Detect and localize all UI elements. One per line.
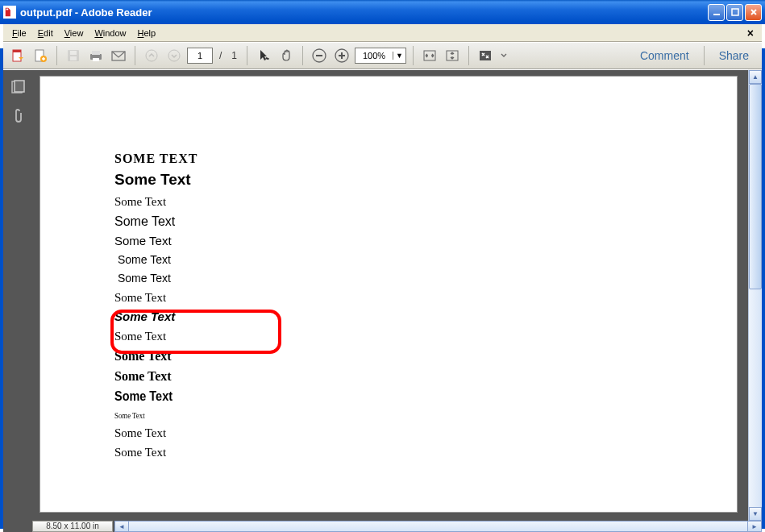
page-up-button[interactable] <box>142 46 161 65</box>
fit-width-button[interactable] <box>420 46 439 65</box>
status-bar: 8.50 x 11.00 in ◄ ► <box>3 521 762 532</box>
menu-window[interactable]: Window <box>89 27 131 39</box>
svg-rect-1 <box>6 9 9 10</box>
fit-page-button[interactable] <box>443 46 462 65</box>
pdf-text-line: Some Text <box>114 348 737 364</box>
window-border-left <box>0 48 3 529</box>
svg-rect-24 <box>447 51 458 60</box>
maximize-button[interactable] <box>726 4 743 21</box>
toolbar: / 1 ▼ Comment Share <box>3 42 762 69</box>
pdf-text-line: Some Text <box>114 329 737 343</box>
scroll-track[interactable] <box>749 84 762 507</box>
svg-rect-3 <box>732 9 738 15</box>
zoom-in-button[interactable] <box>332 46 351 65</box>
pdf-page: SOME TEXT Some Text Some Text Some Text … <box>40 77 737 512</box>
create-pdf-button[interactable] <box>31 46 50 65</box>
svg-rect-9 <box>70 51 77 55</box>
svg-rect-27 <box>15 81 24 92</box>
svg-point-16 <box>168 50 180 61</box>
pdf-text-line: Some Text <box>114 310 737 324</box>
page-area[interactable]: SOME TEXT Some Text Some Text Some Text … <box>32 70 748 521</box>
zoom-input[interactable] <box>355 51 393 60</box>
window-titlebar: output.pdf - Adobe Reader <box>0 0 765 24</box>
pdf-text-line: Some Text <box>114 445 737 459</box>
pdf-text-line: SOME TEXT <box>114 151 737 166</box>
pdf-text-line: Some Text <box>114 171 737 189</box>
app-icon <box>3 6 16 19</box>
menu-file[interactable]: File <box>6 27 32 39</box>
thumbnails-panel-button[interactable] <box>9 78 27 96</box>
pdf-text-line: Some Text <box>114 214 737 229</box>
comment-link[interactable]: Comment <box>632 49 697 62</box>
tools-dropdown[interactable] <box>498 46 509 65</box>
nav-sidebar <box>3 70 32 521</box>
scroll-left-button[interactable]: ◄ <box>115 522 129 531</box>
hscroll-track[interactable] <box>129 522 747 531</box>
scroll-down-button[interactable]: ▼ <box>749 507 762 521</box>
page-dimensions: 8.50 x 11.00 in <box>32 521 113 532</box>
email-button[interactable] <box>109 46 128 65</box>
pdf-text-line: Some Text <box>114 368 737 384</box>
scroll-up-button[interactable]: ▲ <box>749 70 762 84</box>
share-link[interactable]: Share <box>711 49 757 62</box>
pdf-text-line: Some Text <box>114 410 613 421</box>
svg-rect-13 <box>93 58 99 61</box>
attachments-panel-button[interactable] <box>9 107 27 125</box>
zoom-dropdown[interactable]: ▼ <box>355 48 406 64</box>
svg-rect-12 <box>92 51 100 55</box>
print-button[interactable] <box>86 46 106 65</box>
document-viewport: SOME TEXT Some Text Some Text Some Text … <box>32 70 762 521</box>
pdf-text-line: Some Text <box>118 272 737 285</box>
zoom-out-button[interactable] <box>310 46 329 65</box>
menu-bar: File Edit View Window Help × <box>3 24 762 42</box>
svg-rect-25 <box>480 51 491 60</box>
minimize-button[interactable] <box>708 4 725 21</box>
zoom-dropdown-arrow[interactable]: ▼ <box>393 52 405 60</box>
export-pdf-button[interactable] <box>8 46 27 65</box>
pdf-text-line: Some Text <box>114 426 737 440</box>
vertical-scrollbar[interactable]: ▲ ▼ <box>748 70 762 521</box>
svg-rect-17 <box>265 57 268 60</box>
window-title: output.pdf - Adobe Reader <box>20 6 708 19</box>
svg-rect-22 <box>341 52 343 59</box>
pdf-text-line: Some Text <box>114 389 643 405</box>
read-mode-button[interactable] <box>476 46 495 65</box>
select-tool-button[interactable] <box>254 46 273 65</box>
svg-rect-5 <box>13 50 21 52</box>
pdf-text-line: Some Text <box>118 253 737 267</box>
svg-point-15 <box>146 50 157 61</box>
menu-view[interactable]: View <box>59 27 89 39</box>
scroll-thumb[interactable] <box>749 84 762 289</box>
menu-edit[interactable]: Edit <box>32 27 59 39</box>
content-area: SOME TEXT Some Text Some Text Some Text … <box>3 69 762 521</box>
close-button[interactable] <box>745 4 762 21</box>
window-border-right <box>762 48 765 529</box>
pdf-text-line: Some Text <box>114 194 737 209</box>
pdf-text-line: Some Text <box>114 234 737 248</box>
pdf-text-line: Some Text <box>114 290 737 305</box>
svg-rect-19 <box>316 55 322 56</box>
page-number-input[interactable] <box>187 48 213 64</box>
svg-rect-2 <box>713 14 720 15</box>
horizontal-scrollbar[interactable]: ◄ ► <box>114 521 762 532</box>
hand-tool-button[interactable] <box>276 46 296 65</box>
close-document-button[interactable]: × <box>742 27 759 39</box>
page-total: 1 <box>228 50 240 61</box>
page-separator: / <box>216 50 225 61</box>
menu-help[interactable]: Help <box>132 27 162 39</box>
scroll-right-button[interactable]: ► <box>747 522 761 531</box>
page-down-button[interactable] <box>164 46 184 65</box>
save-button[interactable] <box>64 46 83 65</box>
svg-rect-10 <box>70 56 77 60</box>
